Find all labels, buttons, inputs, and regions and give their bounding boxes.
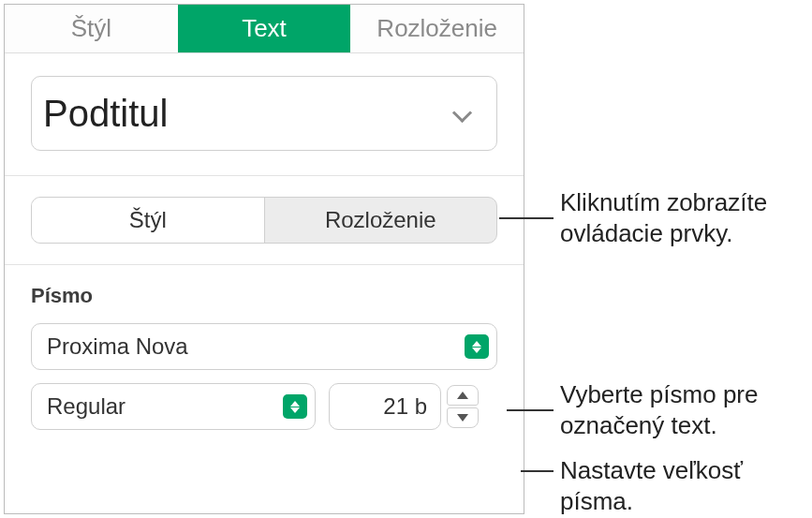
font-size-value: 21 b xyxy=(383,393,427,420)
chevron-up-icon xyxy=(457,392,468,399)
tab-text-label: Text xyxy=(242,14,287,43)
format-panel: Štýl Text Rozloženie Podtitul Štýl Rozlo… xyxy=(4,4,524,514)
tab-layout[interactable]: Rozloženie xyxy=(350,5,524,52)
font-size-step-up[interactable] xyxy=(447,385,479,406)
paragraph-style-value: Podtitul xyxy=(43,93,168,135)
tab-style[interactable]: Štýl xyxy=(5,5,178,52)
subtab-style-label: Štýl xyxy=(129,207,167,233)
font-section-title: Písmo xyxy=(31,284,497,308)
font-row-2: Regular 21 b xyxy=(31,383,497,430)
chevron-down-icon xyxy=(451,102,474,125)
font-weight-select[interactable]: Regular xyxy=(31,383,316,430)
callout-line xyxy=(521,470,554,472)
font-size-input[interactable]: 21 b xyxy=(329,383,441,430)
callout-line xyxy=(507,409,554,411)
font-family-value: Proxima Nova xyxy=(47,333,188,360)
subtab-layout-label: Rozloženie xyxy=(325,207,436,233)
divider xyxy=(5,175,524,176)
divider xyxy=(5,264,524,265)
paragraph-style-picker[interactable]: Podtitul xyxy=(31,76,497,151)
sub-tabs: Štýl Rozloženie xyxy=(31,197,497,244)
popup-arrows-icon xyxy=(465,334,489,359)
subtab-layout[interactable]: Rozloženie xyxy=(264,198,497,243)
font-weight-value: Regular xyxy=(47,393,125,420)
callout-line xyxy=(499,217,554,219)
font-family-select[interactable]: Proxima Nova xyxy=(31,323,497,370)
panel-content: Podtitul Štýl Rozloženie Písmo Proxima N… xyxy=(5,53,524,430)
font-size-step-down[interactable] xyxy=(447,407,479,428)
main-tabs: Štýl Text Rozloženie xyxy=(5,5,524,53)
callout-set-size: Nastavte veľkosť písma. xyxy=(560,455,805,516)
tab-layout-label: Rozloženie xyxy=(376,14,497,43)
font-size-stepper xyxy=(447,383,479,430)
chevron-down-icon xyxy=(457,414,468,422)
popup-arrows-icon xyxy=(283,394,307,419)
callout-controls: Kliknutím zobrazíte ovládacie prvky. xyxy=(560,187,805,248)
font-size-group: 21 b xyxy=(329,383,497,430)
tab-text[interactable]: Text xyxy=(178,5,351,52)
subtab-style[interactable]: Štýl xyxy=(32,198,264,243)
callout-pick-font: Vyberte písmo pre označený text. xyxy=(560,379,805,440)
tab-style-label: Štýl xyxy=(71,14,111,43)
